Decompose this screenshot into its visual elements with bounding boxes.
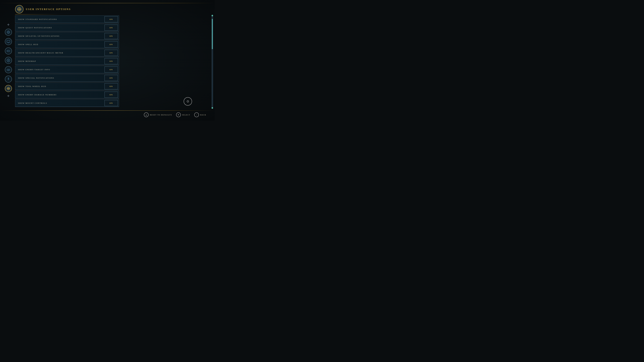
setting-label: SHOW QUEST NOTIFICATIONS xyxy=(15,27,104,29)
action-label-select: SELECT xyxy=(182,114,190,116)
svg-point-1 xyxy=(8,31,9,33)
settings-list: SHOW STANDARD NOTIFICATIONSONSHOW QUEST … xyxy=(15,15,119,108)
setting-value[interactable]: ON xyxy=(104,16,118,22)
setting-label: SHOW HEALTH/ANCIENT MAGIC METER xyxy=(15,52,104,54)
setting-value[interactable]: ON xyxy=(104,75,118,81)
sidebar-top-cross: ✛ xyxy=(7,23,10,26)
svg-point-10 xyxy=(8,60,9,61)
scrollbar-track[interactable] xyxy=(212,15,213,108)
setting-row[interactable]: SHOW MOUNT CONTROLSON xyxy=(15,99,119,107)
sidebar: ✛ xyxy=(4,5,13,116)
sidebar-icon-sound[interactable] xyxy=(5,47,12,54)
setting-value[interactable]: ON xyxy=(104,66,118,72)
svg-point-16 xyxy=(8,78,9,78)
setting-value[interactable]: ON xyxy=(104,83,118,89)
setting-value[interactable]: ON xyxy=(104,25,118,31)
sidebar-icon-ui[interactable] xyxy=(5,85,12,92)
action-select[interactable]: ✕SELECT xyxy=(176,112,190,117)
scrollbar-top-dot xyxy=(212,15,213,16)
sidebar-icon-display[interactable] xyxy=(5,38,12,45)
action-label-reset: RESET TO DEFAULTS xyxy=(150,114,172,116)
setting-row[interactable]: SHOW HEALTH/ANCIENT MAGIC METERON xyxy=(15,49,119,57)
header-underline xyxy=(15,14,62,14)
setting-label: SHOW MINIMAP xyxy=(15,60,104,62)
sidebar-icon-controller[interactable] xyxy=(5,66,12,73)
svg-rect-11 xyxy=(7,69,10,70)
setting-row[interactable]: SHOW ENEMY DAMAGE NUMBERSON xyxy=(15,91,119,98)
setting-row[interactable]: SHOW SPECIAL NOTIFICATIONSON xyxy=(15,74,119,82)
joystick-inner xyxy=(187,100,189,102)
setting-value[interactable]: ON xyxy=(104,100,118,106)
page-title: USER INTERFACE OPTIONS xyxy=(26,8,71,11)
setting-label: SHOW MOUNT CONTROLS xyxy=(15,102,104,104)
action-btn-back: ○ xyxy=(194,112,199,117)
sidebar-icon-audio[interactable] xyxy=(5,29,12,36)
sidebar-icon-settings[interactable] xyxy=(5,57,12,64)
action-btn-reset: △ xyxy=(144,112,148,117)
setting-row[interactable]: SHOW QUEST NOTIFICATIONSON xyxy=(15,24,119,31)
setting-label: SHOW SPELL HUD xyxy=(15,43,104,45)
setting-row[interactable]: SHOW TOOL WHEEL HUDON xyxy=(15,82,119,90)
action-label-back: BACK xyxy=(200,114,206,116)
setting-row[interactable]: SHOW MINIMAPON xyxy=(15,57,119,65)
setting-label: SHOW STANDARD NOTIFICATIONS xyxy=(15,18,104,20)
setting-value[interactable]: ON xyxy=(104,92,118,98)
setting-row[interactable]: SHOW SPELL HUDON xyxy=(15,40,119,48)
page-header: USER INTERFACE OPTIONS xyxy=(15,5,71,13)
setting-value[interactable]: ON xyxy=(104,41,118,47)
setting-label: SHOW XP/LEVEL UP NOTIFICATIONS xyxy=(15,35,104,37)
setting-value[interactable]: ON xyxy=(104,33,118,39)
sidebar-bottom-cross: ✛ xyxy=(7,94,10,97)
setting-value[interactable]: ON xyxy=(104,58,118,64)
setting-value[interactable]: ON xyxy=(104,50,118,56)
setting-label: SHOW ENEMY DAMAGE NUMBERS xyxy=(15,94,104,96)
svg-point-14 xyxy=(9,69,9,70)
svg-rect-6 xyxy=(7,40,10,42)
setting-label: SHOW TOOL WHEEL HUD xyxy=(15,85,104,87)
bottom-actions-bar: △RESET TO DEFAULTS✕SELECT○BACK xyxy=(0,111,215,119)
action-btn-select: ✕ xyxy=(176,112,181,117)
header-icon xyxy=(15,5,24,13)
action-back[interactable]: ○BACK xyxy=(194,112,206,117)
scrollbar-thumb[interactable] xyxy=(212,19,213,49)
svg-marker-9 xyxy=(7,50,8,52)
scrollbar-bottom-dot xyxy=(212,107,213,109)
action-reset[interactable]: △RESET TO DEFAULTS xyxy=(144,112,172,117)
setting-label: SHOW SPECIAL NOTIFICATIONS xyxy=(15,77,104,79)
setting-row[interactable]: SHOW XP/LEVEL UP NOTIFICATIONSON xyxy=(15,32,119,40)
svg-point-15 xyxy=(8,70,9,70)
setting-label: SHOW ENEMY/TARGET INFO xyxy=(15,68,104,70)
setting-row[interactable]: SHOW ENEMY/TARGET INFOON xyxy=(15,66,119,73)
sidebar-icon-accessibility[interactable] xyxy=(5,76,12,83)
joystick-cursor xyxy=(184,97,192,106)
top-decorative-line xyxy=(0,3,215,3)
setting-row[interactable]: SHOW STANDARD NOTIFICATIONSON xyxy=(15,15,119,23)
